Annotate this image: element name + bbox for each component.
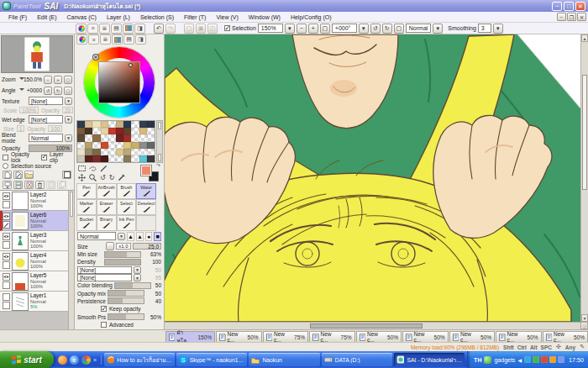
color-swatch[interactable] [101, 121, 108, 128]
quick-launch-overflow-icon[interactable]: » [93, 357, 97, 363]
taskbar-button-sai[interactable]: SAI - D:\Naokun\ฝ่าห... [394, 353, 465, 366]
menu-edit[interactable]: Edit (E) [32, 13, 61, 21]
color-swatch[interactable] [116, 142, 123, 149]
nav-rotate-ccw-button[interactable]: ↺ [44, 87, 52, 95]
layer-list-scrollbar[interactable] [68, 191, 74, 329]
smoothing-dropdown-button[interactable]: ▾ [493, 24, 503, 34]
canvas-tab-1[interactable]: ฝ่าหุโล...150% [165, 331, 215, 342]
color-swatch[interactable] [147, 155, 155, 162]
toggle-swatches-button[interactable]: ▤ [111, 24, 122, 34]
canvas-horizontal-scrollbar[interactable] [165, 322, 580, 329]
color-swatch[interactable] [123, 128, 131, 134]
select-none-button[interactable]: ▢ [184, 24, 194, 34]
taskbar-button-folder[interactable]: Naokun [249, 353, 319, 366]
start-button[interactable]: start [0, 351, 54, 368]
color-swatch[interactable] [108, 142, 116, 149]
maximize-button[interactable]: □ [564, 2, 574, 11]
navigator-thumbnail[interactable] [1, 35, 73, 73]
color-swatch[interactable] [147, 142, 155, 149]
blend-dropdown-arrow-icon[interactable]: ▼ [65, 134, 72, 142]
tool-deselect[interactable]: Deselect [136, 199, 156, 215]
swap-colors-icon[interactable]: ↷ [156, 162, 160, 168]
layer-item-layer4[interactable]: Layer4 Normal 100% [0, 251, 68, 271]
layer-visibility-toggle[interactable] [3, 273, 10, 281]
color-wheel-tab[interactable] [76, 34, 87, 45]
smoothing-field[interactable]: 3 [478, 24, 491, 33]
doc-restore-button[interactable]: ❐ [567, 13, 576, 21]
canvas-vertical-scrollbar[interactable]: ▲ ▼ [580, 34, 588, 322]
magic-wand-icon[interactable] [100, 166, 108, 172]
color-swatch[interactable] [123, 121, 131, 128]
color-swatch[interactable] [147, 149, 155, 155]
layer-edit-toggle[interactable] [3, 201, 10, 208]
color-swatch[interactable] [101, 134, 108, 141]
tool-brush[interactable]: Brush [117, 183, 137, 199]
taskbar-button-drive[interactable]: DATA (D:) [322, 353, 392, 366]
color-swatch[interactable] [131, 149, 139, 155]
tool-airbrush[interactable]: AirBrush [97, 183, 117, 199]
checkbox-keep-opacity[interactable] [101, 306, 107, 312]
color-swatch[interactable] [85, 142, 92, 149]
tool-marker[interactable]: Marker [76, 199, 97, 215]
brush-texture-select[interactable]: [None] [77, 274, 132, 281]
brush-mode-arrow-icon[interactable]: ▼ [118, 233, 125, 240]
scroll-down-button[interactable]: ▼ [581, 314, 588, 322]
tool-ink-pen[interactable]: Ink Pen [117, 215, 137, 231]
canvas-tab-8[interactable]: New c...50% [496, 331, 542, 342]
color-swatch[interactable] [139, 149, 147, 155]
canvas-illustration[interactable] [165, 34, 580, 322]
slider-density[interactable] [104, 259, 141, 265]
color-swatch[interactable] [139, 155, 147, 162]
color-swatch[interactable] [116, 121, 123, 128]
color-swatch[interactable] [92, 128, 100, 134]
select-invert-button[interactable]: ▣ [196, 24, 206, 34]
checkbox-advanced[interactable] [101, 322, 107, 328]
zoom-dropdown-button[interactable]: ▾ [285, 24, 295, 34]
brush-tip-steep-icon[interactable]: ▲ [136, 232, 144, 241]
delete-layer-button[interactable] [35, 181, 45, 189]
new-folder-button[interactable] [24, 171, 34, 179]
slider-smooth-prs[interactable] [108, 313, 144, 320]
color-swatch[interactable] [85, 149, 92, 155]
size-unit-button[interactable] [106, 242, 114, 250]
menu-filter[interactable]: Filter (T) [179, 13, 211, 21]
transfer-down-button[interactable] [3, 181, 12, 189]
tray-collapse-icon[interactable]: ◀ [517, 357, 522, 363]
nav-zoom-in-button[interactable]: + [54, 76, 62, 84]
color-swatch[interactable] [101, 128, 108, 134]
clear-layer-button[interactable] [24, 181, 34, 189]
color-swatch[interactable] [77, 155, 85, 162]
doc-close-button[interactable]: ✕ [577, 13, 586, 21]
layer-item-layer2[interactable]: Layer2 Normal 100% [0, 191, 68, 211]
layer-visibility-toggle[interactable] [3, 213, 10, 220]
color-swatch[interactable] [77, 121, 85, 128]
rect-select-icon[interactable] [78, 166, 86, 171]
hsv-slider-tab[interactable]: ≣ [100, 34, 111, 45]
layer-visibility-toggle[interactable] [3, 233, 10, 240]
nav-angle-reset-button[interactable]: ▢ [64, 87, 72, 95]
rotate-view-icon[interactable]: ↺ [100, 174, 106, 181]
canvas-tab-4[interactable]: New c...75% [309, 331, 355, 342]
mode-dropdown-button[interactable]: ▾ [433, 24, 443, 34]
menu-canvas[interactable]: Canvas (C) [62, 13, 102, 21]
color-swatch[interactable] [116, 134, 123, 141]
merge-visible-button[interactable] [46, 181, 55, 189]
layer-edit-toggle[interactable] [3, 261, 10, 269]
color-swatch[interactable] [116, 155, 123, 162]
color-swatch[interactable] [108, 155, 116, 162]
menu-window[interactable]: Window (W) [244, 13, 286, 21]
nav-rotate-cw-button[interactable]: ↻ [54, 87, 62, 95]
color-swatch[interactable] [101, 142, 108, 149]
toggle-scratchpad-button[interactable]: ◨ [134, 24, 145, 34]
toggle-color-mixer-button[interactable] [123, 24, 134, 34]
scroll-up-button[interactable]: ▲ [581, 34, 588, 42]
menu-selection[interactable]: Selection (S) [135, 13, 179, 21]
tool-pen[interactable]: Pen [76, 183, 97, 199]
tray-icon[interactable] [524, 356, 531, 363]
color-wheel[interactable] [75, 45, 164, 119]
color-swatch[interactable] [108, 134, 116, 141]
toggle-color-wheel-button[interactable] [76, 24, 87, 34]
layer-edit-toggle[interactable] [3, 241, 10, 249]
opacity-lock-checkbox[interactable] [3, 155, 8, 160]
zoom-reset-button[interactable]: ▢ [320, 24, 330, 34]
